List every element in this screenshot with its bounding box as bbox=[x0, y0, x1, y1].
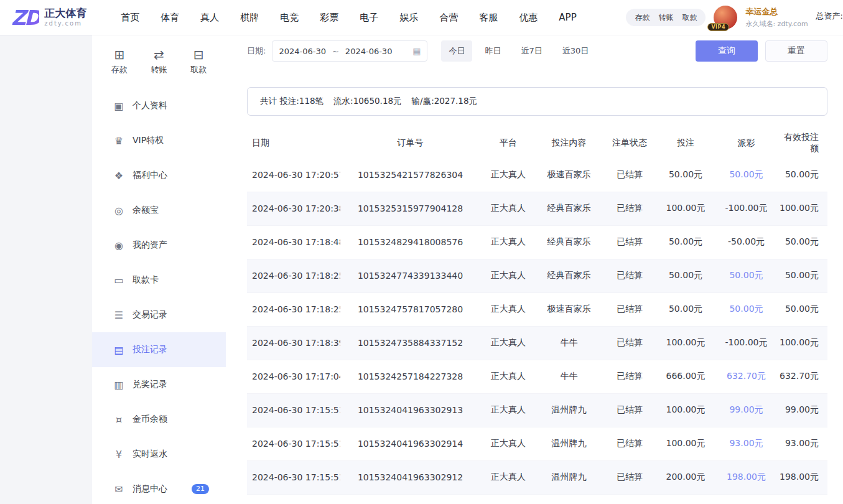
sidebar-menu: ▣个人资料♛VIP特权❖福利中心◎余额宝◉我的资产▭取款卡☰交易记录▤投注记录▥… bbox=[92, 88, 226, 504]
cell-payout: -50.00元 bbox=[714, 225, 779, 259]
topnav-item-11[interactable]: 优惠 bbox=[519, 12, 538, 24]
sidebar-quick-action-3[interactable]: ⊟取款 bbox=[190, 49, 207, 85]
sidebar-item-2[interactable]: ♛VIP特权 bbox=[92, 123, 226, 158]
header-quick-action-1[interactable]: 存款 bbox=[635, 12, 650, 23]
sidebar-quick-action-label: 取款 bbox=[190, 64, 207, 75]
range-shortcut-2[interactable]: 昨日 bbox=[477, 40, 508, 62]
cell-valid: 632.70元 bbox=[779, 360, 827, 393]
brand-logo[interactable]: ZD 正大体育 zdty.com bbox=[11, 6, 86, 30]
cell-payout: 198.00元 bbox=[714, 460, 779, 494]
date-range-input[interactable]: 2024-06-30 ~ 2024-06-30 ▦ bbox=[272, 40, 427, 62]
col-header-platform: 平台 bbox=[480, 128, 536, 158]
sidebar-item-label: 实时返水 bbox=[133, 449, 167, 460]
topnav-item-3[interactable]: 真人 bbox=[200, 12, 219, 24]
cell-date: 2024-06-30 17:18:39 bbox=[247, 326, 340, 360]
topnav-item-9[interactable]: 合营 bbox=[439, 12, 458, 24]
header-quick-action-3[interactable]: 取款 bbox=[682, 12, 697, 23]
cell-platform: 正大真人 bbox=[480, 393, 536, 427]
sidebar-quick-actions: ⊞存款⇄转账⊟取款 bbox=[92, 49, 226, 85]
sidebar-item-label: 兑奖记录 bbox=[133, 379, 167, 390]
logo-mark: ZD bbox=[11, 6, 39, 30]
cell-valid: 100.00元 bbox=[779, 192, 827, 225]
sidebar-item-3[interactable]: ❖福利中心 bbox=[92, 158, 226, 193]
deposit-icon: ⊞ bbox=[114, 49, 124, 61]
sidebar-item-11[interactable]: ¥实时返水 bbox=[92, 437, 226, 472]
table-row: 2024-06-30 17:20:571015325421577826304正大… bbox=[247, 158, 827, 192]
filter-bar: 日期: 2024-06-30 ~ 2024-06-30 ▦ 今日昨日近7日近30… bbox=[247, 40, 827, 62]
cell-status: 已结算 bbox=[602, 427, 658, 460]
cell-content: 牛牛 bbox=[536, 360, 602, 393]
topnav: 首页体育真人棋牌电竞彩票电子娱乐合营客服优惠APP bbox=[121, 12, 576, 24]
header-quick-action-2[interactable]: 转账 bbox=[658, 12, 673, 23]
cell-bet: 50.00元 bbox=[658, 292, 714, 326]
sidebar-item-9[interactable]: ▥兑奖记录 bbox=[92, 367, 226, 402]
cell-status: 已结算 bbox=[602, 393, 658, 427]
topnav-item-1[interactable]: 首页 bbox=[121, 12, 139, 24]
col-header-payout: 派彩 bbox=[714, 128, 779, 158]
table-row: 2024-06-30 17:18:481015324829418008576正大… bbox=[247, 225, 827, 259]
cell-order: 1015324735884337152 bbox=[340, 326, 480, 360]
topnav-item-7[interactable]: 电子 bbox=[360, 12, 378, 24]
search-button[interactable]: 查询 bbox=[696, 40, 758, 62]
cell-payout: 50.00元 bbox=[714, 158, 779, 192]
cell-payout: -100.00元 bbox=[714, 326, 779, 360]
bet-records-icon: ▤ bbox=[113, 344, 124, 356]
cell-date: 2024-06-30 17:18:25 bbox=[247, 259, 340, 292]
cell-valid: 50.00元 bbox=[779, 158, 827, 192]
sidebar-item-label: 金币余额 bbox=[133, 414, 167, 425]
cell-date: 2024-06-30 17:20:38 bbox=[247, 192, 340, 225]
topnav-item-4[interactable]: 棋牌 bbox=[240, 12, 259, 24]
sidebar-item-label: 福利中心 bbox=[133, 170, 167, 181]
topnav-item-5[interactable]: 电竞 bbox=[280, 12, 299, 24]
left-gutter bbox=[0, 35, 92, 504]
unread-count-badge: 21 bbox=[192, 484, 209, 494]
table-row: 2024-06-30 17:18:251015324774339133440正大… bbox=[247, 259, 827, 292]
sidebar-item-12[interactable]: ✉消息中心21 bbox=[92, 472, 226, 504]
sidebar-quick-action-2[interactable]: ⇄转账 bbox=[151, 49, 167, 85]
sidebar-item-1[interactable]: ▣个人资料 bbox=[92, 88, 226, 123]
cell-status: 已结算 bbox=[602, 326, 658, 360]
cell-payout: 632.70元 bbox=[714, 360, 779, 393]
cell-valid: 99.00元 bbox=[779, 393, 827, 427]
table-header-row: 日期 订单号 平台 投注内容 注单状态 投注 派彩 有效投注额 bbox=[247, 128, 827, 158]
sidebar-item-7[interactable]: ☰交易记录 bbox=[92, 297, 226, 332]
sidebar-item-5[interactable]: ◉我的资产 bbox=[92, 228, 226, 263]
cell-order: 1015324041963302914 bbox=[340, 427, 480, 460]
date-separator: ~ bbox=[332, 47, 339, 56]
range-shortcut-3[interactable]: 近7日 bbox=[513, 40, 549, 62]
total-assets-label: 总资产: bbox=[816, 11, 843, 22]
avatar[interactable]: VIP4 bbox=[714, 6, 737, 29]
sidebar-item-10[interactable]: ¤金币余额 bbox=[92, 402, 226, 437]
col-header-content: 投注内容 bbox=[536, 128, 602, 158]
cell-valid: 93.00元 bbox=[779, 427, 827, 460]
col-header-date: 日期 bbox=[247, 128, 340, 158]
sidebar-item-6[interactable]: ▭取款卡 bbox=[92, 263, 226, 297]
header-right: 存款转账取款 VIP4 幸运金总 永久域名: zdty.com 总资产: bbox=[626, 6, 843, 29]
sidebar-quick-action-1[interactable]: ⊞存款 bbox=[111, 49, 128, 85]
topnav-item-6[interactable]: 彩票 bbox=[320, 12, 338, 24]
col-header-order: 订单号 bbox=[340, 128, 480, 158]
range-shortcut-1[interactable]: 今日 bbox=[441, 40, 472, 62]
sidebar-item-label: 余额宝 bbox=[133, 205, 159, 216]
topnav-item-8[interactable]: 娱乐 bbox=[399, 12, 418, 24]
cell-bet: 100.00元 bbox=[658, 192, 714, 225]
sidebar-item-8[interactable]: ▤投注记录 bbox=[92, 332, 226, 367]
cell-order: 1015324774339133440 bbox=[340, 259, 480, 292]
cell-status: 已结算 bbox=[602, 158, 658, 192]
topnav-item-10[interactable]: 客服 bbox=[479, 12, 498, 24]
sidebar-item-4[interactable]: ◎余额宝 bbox=[92, 193, 226, 228]
main-content: 日期: 2024-06-30 ~ 2024-06-30 ▦ 今日昨日近7日近30… bbox=[226, 35, 843, 504]
reset-button[interactable]: 重置 bbox=[765, 40, 827, 62]
cell-date: 2024-06-30 17:17:04 bbox=[247, 360, 340, 393]
cell-content: 温州牌九 bbox=[536, 427, 602, 460]
range-shortcut-4[interactable]: 近30日 bbox=[555, 40, 597, 62]
cell-bet: 100.00元 bbox=[658, 427, 714, 460]
cell-order: 1015324829418008576 bbox=[340, 225, 480, 259]
sidebar-item-label: VIP特权 bbox=[133, 135, 164, 146]
table-row: 2024-06-30 17:18:391015324735884337152正大… bbox=[247, 326, 827, 360]
topnav-item-12[interactable]: APP bbox=[559, 12, 576, 24]
topnav-item-2[interactable]: 体育 bbox=[161, 12, 179, 24]
cell-payout: 50.00元 bbox=[714, 292, 779, 326]
redeem-records-icon: ▥ bbox=[113, 379, 124, 391]
cell-valid: 50.00元 bbox=[779, 292, 827, 326]
